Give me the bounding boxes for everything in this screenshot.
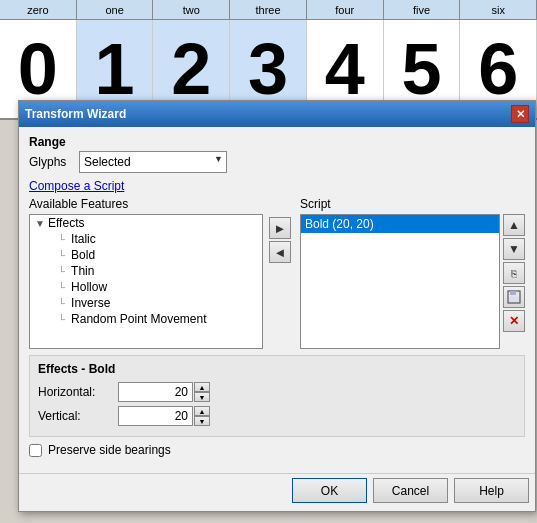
side-buttons: ▲ ▼ ⎘ ✕: [503, 214, 525, 349]
compose-script-link[interactable]: Compose a Script: [29, 179, 525, 193]
col-four: four: [307, 0, 384, 19]
move-down-button[interactable]: ▼: [503, 238, 525, 260]
connector-random: └: [58, 314, 65, 325]
col-one: one: [77, 0, 154, 19]
preserve-row: Preserve side bearings: [29, 443, 525, 457]
script-area: Bold (20, 20) ▲ ▼ ⎘: [300, 214, 525, 349]
col-zero: zero: [0, 0, 77, 19]
vertical-row: Vertical: ▲ ▼: [38, 406, 516, 426]
dialog-title: Transform Wizard: [25, 107, 126, 121]
col-six: six: [460, 0, 537, 19]
horizontal-spin-up[interactable]: ▲: [194, 382, 210, 392]
col-three: three: [230, 0, 307, 19]
panels-row: Available Features ▼ Effects └ Italic └ …: [29, 197, 525, 349]
tree-item-inverse[interactable]: └ Inverse: [30, 295, 262, 311]
move-up-button[interactable]: ▲: [503, 214, 525, 236]
column-headers: zero one two three four five six: [0, 0, 537, 20]
transform-wizard-dialog: Transform Wizard ✕ Range Glyphs Selected…: [18, 100, 536, 512]
save-icon: [507, 290, 521, 304]
move-left-button[interactable]: ◄: [269, 241, 291, 263]
glyphs-select[interactable]: Selected: [79, 151, 227, 173]
horizontal-spin-down[interactable]: ▼: [194, 392, 210, 402]
svg-rect-1: [510, 291, 516, 295]
glyphs-select-wrapper: Selected: [79, 151, 227, 173]
cancel-button[interactable]: Cancel: [373, 478, 448, 503]
script-list[interactable]: Bold (20, 20): [300, 214, 500, 349]
horizontal-input[interactable]: [118, 382, 193, 402]
tree-label-inverse: Inverse: [67, 296, 110, 310]
range-label: Range: [29, 135, 525, 149]
svg-rect-2: [509, 297, 519, 302]
help-button[interactable]: Help: [454, 478, 529, 503]
close-button[interactable]: ✕: [511, 105, 529, 123]
tree-label-italic: Italic: [67, 232, 96, 246]
dialog-body: Range Glyphs Selected Compose a Script A…: [19, 127, 535, 473]
horizontal-label: Horizontal:: [38, 385, 118, 399]
vertical-input[interactable]: [118, 406, 193, 426]
glyphs-label: Glyphs: [29, 155, 79, 169]
available-features-panel: Available Features ▼ Effects └ Italic └ …: [29, 197, 263, 349]
delete-button[interactable]: ✕: [503, 310, 525, 332]
dialog-titlebar: Transform Wizard ✕: [19, 101, 535, 127]
horizontal-spinner: ▲ ▼: [118, 382, 210, 402]
ok-button[interactable]: OK: [292, 478, 367, 503]
effects-bold-section: Effects - Bold Horizontal: ▲ ▼ Vertical:…: [29, 355, 525, 437]
col-two: two: [153, 0, 230, 19]
script-item-bold[interactable]: Bold (20, 20): [301, 215, 499, 233]
vertical-spinner: ▲ ▼: [118, 406, 210, 426]
connector-thin: └: [58, 266, 65, 277]
tree-label-thin: Thin: [67, 264, 94, 278]
col-five: five: [384, 0, 461, 19]
dialog-footer: OK Cancel Help: [19, 473, 535, 511]
available-features-label: Available Features: [29, 197, 263, 211]
tree-root-effects[interactable]: ▼ Effects: [30, 215, 262, 231]
connector-bold: └: [58, 250, 65, 261]
tree-item-bold[interactable]: └ Bold: [30, 247, 262, 263]
effects-bold-title: Effects - Bold: [38, 362, 516, 376]
tree-item-thin[interactable]: └ Thin: [30, 263, 262, 279]
features-tree[interactable]: ▼ Effects └ Italic └ Bold └ Thin: [29, 214, 263, 349]
tree-item-random[interactable]: └ Random Point Movement: [30, 311, 262, 327]
arrow-buttons: ► ◄: [269, 197, 291, 349]
tree-label-effects: Effects: [48, 216, 84, 230]
tree-label-hollow: Hollow: [67, 280, 107, 294]
vertical-spin-down[interactable]: ▼: [194, 416, 210, 426]
tree-toggle-effects: ▼: [32, 218, 48, 229]
script-panel: Script Bold (20, 20) ▲ ▼ ⎘: [300, 197, 525, 349]
vertical-spin-up[interactable]: ▲: [194, 406, 210, 416]
preserve-label: Preserve side bearings: [48, 443, 171, 457]
tree-label-bold: Bold: [67, 248, 95, 262]
save-button[interactable]: [503, 286, 525, 308]
vertical-label: Vertical:: [38, 409, 118, 423]
move-right-button[interactable]: ►: [269, 217, 291, 239]
tree-item-hollow[interactable]: └ Hollow: [30, 279, 262, 295]
connector-hollow: └: [58, 282, 65, 293]
horizontal-row: Horizontal: ▲ ▼: [38, 382, 516, 402]
preserve-checkbox[interactable]: [29, 444, 42, 457]
connector-italic: └: [58, 234, 65, 245]
tree-label-random: Random Point Movement: [67, 312, 206, 326]
horizontal-spinbtns: ▲ ▼: [194, 382, 210, 402]
script-label: Script: [300, 197, 525, 211]
tree-item-italic[interactable]: └ Italic: [30, 231, 262, 247]
vertical-spinbtns: ▲ ▼: [194, 406, 210, 426]
glyphs-row: Glyphs Selected: [29, 151, 525, 173]
copy-button[interactable]: ⎘: [503, 262, 525, 284]
connector-inverse: └: [58, 298, 65, 309]
